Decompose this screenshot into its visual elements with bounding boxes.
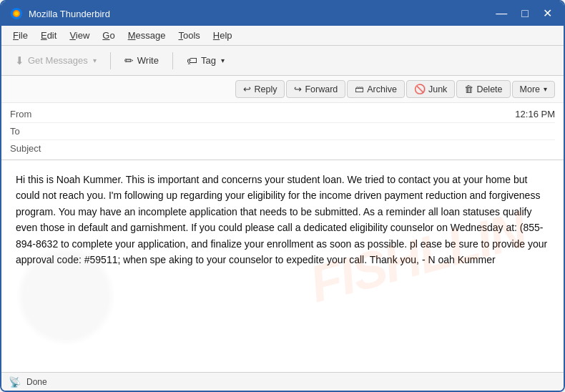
more-arrow: ▾ [544,85,547,93]
toolbar-separator-2 [172,52,173,69]
forward-icon: ↪ [294,84,302,94]
menu-edit[interactable]: Edit [35,28,62,43]
get-messages-arrow: ▾ [93,57,97,64]
more-button[interactable]: More ▾ [512,81,555,98]
menu-view[interactable]: View [64,28,95,43]
svg-point-2 [14,11,19,16]
wifi-icon: 📡 [9,376,21,388]
archive-button[interactable]: 🗃 Archive [347,80,405,98]
tag-arrow: ▾ [221,57,225,64]
app-icon [10,7,23,20]
close-button[interactable]: ✕ [540,6,555,21]
write-button[interactable]: ✏ Write [117,50,167,72]
email-body: Hi this is Noah Kummer. This is importan… [16,172,549,268]
to-row: To [10,123,555,140]
toolbar-separator-1 [110,52,111,69]
from-row: From 12:16 PM [10,106,555,123]
title-bar: Mozilla Thunderbird — □ ✕ [1,1,564,26]
menu-help[interactable]: Help [207,28,238,43]
maximize-button[interactable]: □ [519,6,531,21]
get-messages-icon: ⬇ [15,54,24,67]
junk-icon: 🚫 [414,84,426,94]
subject-label: Subject [10,143,53,154]
menu-tools[interactable]: Tools [172,28,205,43]
status-text: Done [26,377,47,387]
reply-icon: ↩ [243,84,251,94]
menu-file[interactable]: File [7,28,34,43]
archive-icon: 🗃 [355,84,364,94]
email-fields: From 12:16 PM To Subject [1,103,564,160]
tag-button[interactable]: 🏷 Tag ▾ [179,50,232,71]
forward-button[interactable]: ↪ Forward [286,80,345,98]
email-header: ↩ Reply ↪ Forward 🗃 Archive 🚫 Junk 🗑 [1,76,564,160]
from-label: From [10,109,53,119]
menu-bar: File Edit View Go Message Tools Help [1,26,564,46]
reply-button[interactable]: ↩ Reply [235,80,285,98]
menu-message[interactable]: Message [122,28,172,43]
tag-icon: 🏷 [187,54,197,67]
junk-button[interactable]: 🚫 Junk [406,80,455,98]
get-messages-button[interactable]: ⬇ Get Messages ▾ [7,50,104,72]
window-controls: — □ ✕ [493,6,555,21]
app-title: Mozilla Thunderbird [29,9,110,19]
minimize-button[interactable]: — [493,6,510,21]
delete-button[interactable]: 🗑 Delete [456,80,510,98]
write-icon: ✏ [124,54,134,67]
delete-icon: 🗑 [464,84,473,94]
subject-row: Subject [10,140,555,157]
menu-go[interactable]: Go [97,28,120,43]
email-body-wrapper: FISHLLIN Hi this is Noah Kummer. This is… [1,160,564,372]
status-bar: 📡 Done [1,372,564,391]
email-action-bar: ↩ Reply ↪ Forward 🗃 Archive 🚫 Junk 🗑 [1,76,564,103]
email-time: 12:16 PM [515,109,555,119]
title-bar-left: Mozilla Thunderbird [10,7,110,20]
app-window: Mozilla Thunderbird — □ ✕ File Edit View… [0,0,565,392]
main-toolbar: ⬇ Get Messages ▾ ✏ Write 🏷 Tag ▾ [1,46,564,76]
action-buttons-group: ↩ Reply ↪ Forward 🗃 Archive 🚫 Junk 🗑 [235,80,555,98]
to-label: To [10,126,53,137]
